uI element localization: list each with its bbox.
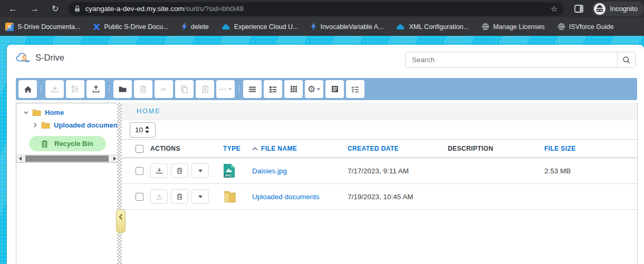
tree-item-uploaded-documents[interactable]: Uploaded documents xyxy=(16,119,119,131)
row-checkbox[interactable] xyxy=(136,193,143,201)
star-icon[interactable]: ☆ xyxy=(551,4,558,14)
spinner-down-icon[interactable] xyxy=(145,131,149,133)
search-button[interactable] xyxy=(617,52,635,67)
bookmark-label: S-Drive Documenta... xyxy=(17,23,80,31)
salesforce-cloud-icon xyxy=(396,24,405,30)
side-panel-icon[interactable] xyxy=(574,5,583,13)
back-icon[interactable]: ← xyxy=(8,4,17,13)
page-size-input[interactable] xyxy=(130,125,144,134)
row-download-button[interactable] xyxy=(150,163,168,178)
row-more-button[interactable] xyxy=(191,163,209,178)
forward-icon[interactable]: → xyxy=(30,4,39,13)
collapse-panel-handle[interactable] xyxy=(116,209,126,233)
header-file-size[interactable]: FILE SIZE xyxy=(544,145,637,152)
trash-icon xyxy=(139,85,147,93)
panel-splitter[interactable] xyxy=(117,103,122,264)
row-type-cell xyxy=(223,190,252,203)
triangle-left-icon xyxy=(19,157,22,161)
copy-button[interactable] xyxy=(175,80,194,98)
paste-icon xyxy=(201,85,209,93)
search-icon xyxy=(622,56,631,64)
chevron-down-icon xyxy=(198,195,203,198)
delete-button[interactable] xyxy=(134,80,152,98)
bulk-download-icon xyxy=(71,85,80,93)
scrollbar-thumb[interactable] xyxy=(25,155,109,162)
incognito-badge[interactable]: Incognito xyxy=(592,2,644,16)
trash-icon xyxy=(41,140,49,148)
url-domain: cyangate-a-dev-ed.my.site.com xyxy=(85,5,184,13)
header-description: DESCRIPTION xyxy=(448,145,544,152)
browser-toolbar: ← → ↻ cyangate-a-dev-ed.my.site.com/surl… xyxy=(0,0,644,17)
settings-button[interactable]: ⚙ xyxy=(305,80,323,98)
address-bar[interactable]: cyangate-a-dev-ed.my.site.com/surl/s/?si… xyxy=(68,2,564,16)
header-created-date[interactable]: CREATED DATE xyxy=(348,145,448,152)
recycle-bin-label: Recycle Bin xyxy=(54,140,93,148)
row-delete-button[interactable] xyxy=(171,189,188,204)
bookmark-public-sdrive-docs[interactable]: Public S-Drive Docu... xyxy=(93,23,168,31)
bookmark-isvforce-guide[interactable]: ISVforce Guide xyxy=(558,23,614,31)
header-file-name[interactable]: FILE NAME xyxy=(252,145,348,152)
file-name-link[interactable]: Daisies.jpg xyxy=(252,167,287,175)
chevron-right-icon[interactable] xyxy=(32,122,38,128)
table-header-row: ACTIONS TYPE FILE NAME CREATED DATE DESC… xyxy=(122,140,637,158)
paste-button[interactable] xyxy=(196,80,214,98)
chevron-down-icon xyxy=(228,88,232,91)
sdrive-favicon: S xyxy=(5,23,14,31)
url-path: /surl/s/?sid=bh0i49 xyxy=(184,5,244,13)
row-more-button[interactable] xyxy=(191,189,209,204)
header-actions: ACTIONS xyxy=(150,145,223,152)
more-button[interactable]: ••• xyxy=(216,80,235,98)
tree-item-home[interactable]: Home xyxy=(16,106,119,119)
home-button[interactable] xyxy=(18,80,37,98)
file-name-link[interactable]: Uploaded documents xyxy=(252,193,320,201)
breadcrumb-home-link[interactable]: HOME xyxy=(137,107,161,115)
created-date-cell: 7/17/2023, 9:11 AM xyxy=(348,167,448,175)
search-input[interactable] xyxy=(406,52,617,67)
header-type[interactable]: TYPE xyxy=(223,145,252,152)
trash-icon xyxy=(176,193,183,200)
bookmark-invocablevariable[interactable]: InvocableVariable A... xyxy=(311,23,383,31)
tree-horizontal-scrollbar[interactable] xyxy=(16,154,119,162)
globe-icon xyxy=(482,23,489,31)
row-delete-button[interactable] xyxy=(171,163,188,178)
upload-button[interactable] xyxy=(86,80,105,98)
chevron-down-icon xyxy=(316,88,321,91)
toolbar-separator xyxy=(107,86,111,92)
list-view-button[interactable] xyxy=(243,80,262,98)
bulk-download-button[interactable] xyxy=(66,80,84,98)
detail-list-view-button[interactable] xyxy=(264,80,282,98)
bookmark-manage-licenses[interactable]: Manage Licenses xyxy=(482,23,545,31)
checklist-icon xyxy=(351,86,359,93)
bookmark-sdrive-documentation[interactable]: S S-Drive Documenta... xyxy=(5,23,80,31)
upload-icon xyxy=(92,85,100,93)
tree-item-label: Uploaded documents xyxy=(54,121,119,129)
new-folder-button[interactable] xyxy=(113,80,132,98)
triangle-right-icon xyxy=(113,157,116,161)
bookmark-delete[interactable]: delete xyxy=(181,23,209,31)
breadcrumb: HOME xyxy=(122,103,637,120)
recycle-bin-button[interactable]: Recycle Bin xyxy=(29,136,106,151)
detail-list-view-icon xyxy=(269,86,277,93)
spinner-up-icon[interactable] xyxy=(145,126,149,129)
download-button[interactable] xyxy=(45,80,64,98)
download-icon xyxy=(156,193,163,200)
spinner-arrows xyxy=(145,126,149,133)
bookmark-experience-cloud[interactable]: Experience Cloud U... xyxy=(222,23,299,31)
bookmark-label: Experience Cloud U... xyxy=(234,23,299,31)
row-type-cell: JPG xyxy=(223,163,252,178)
row-actions xyxy=(150,163,223,178)
lock-icon xyxy=(74,5,80,12)
select-all-checkbox[interactable] xyxy=(136,145,143,153)
chevron-down-icon[interactable] xyxy=(23,110,29,115)
cut-button[interactable]: ✂ xyxy=(155,80,173,98)
created-date-cell: 7/19/2023, 10:45 AM xyxy=(348,193,448,201)
row-download-button[interactable] xyxy=(150,189,168,204)
checklist-button[interactable] xyxy=(346,80,364,98)
folder-icon xyxy=(41,121,50,129)
row-checkbox[interactable] xyxy=(136,167,143,175)
scroll-left-button[interactable] xyxy=(16,155,24,162)
card-view-button[interactable] xyxy=(325,80,344,98)
grid-view-button[interactable] xyxy=(284,80,303,98)
bookmark-xml-configuration[interactable]: XML Configuration... xyxy=(396,23,468,31)
refresh-icon[interactable]: ↻ xyxy=(52,5,59,13)
